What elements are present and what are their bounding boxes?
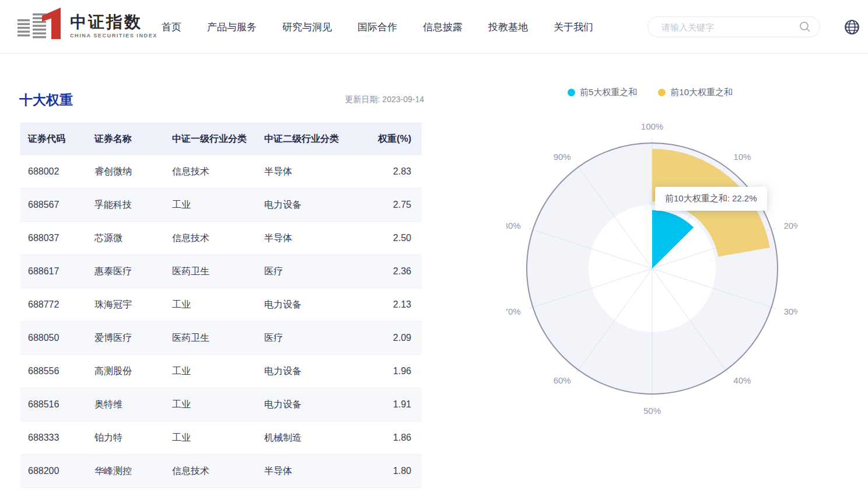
column-header-name: 证券名称: [94, 133, 172, 145]
cell-code: 688037: [20, 233, 94, 243]
cell-name: 高测股份: [94, 365, 172, 378]
globe-icon: [844, 19, 860, 35]
cell-industry-l1: 工业: [172, 199, 264, 211]
cell-weight: 1.86: [369, 433, 422, 443]
cell-industry-l1: 工业: [172, 299, 264, 311]
cell-name: 孚能科技: [94, 199, 172, 211]
nav-item-about[interactable]: 关于我们: [554, 20, 593, 34]
language-button[interactable]: [844, 19, 860, 35]
chart-legend: 前5大权重之和前10大权重之和: [568, 87, 733, 98]
cell-name: 铂力特: [94, 432, 172, 444]
column-header-industry-l1: 中证一级行业分类: [172, 133, 264, 145]
cell-code: 688556: [20, 366, 94, 376]
cell-code: 688567: [20, 200, 94, 210]
axis-tick-label: 70%: [506, 306, 521, 316]
cell-industry-l1: 信息技术: [172, 465, 264, 477]
cell-weight: 2.09: [369, 333, 422, 343]
table-row: 688567孚能科技工业电力设备2.75: [20, 189, 422, 222]
table-row: 688556高测股份工业电力设备1.96: [20, 355, 422, 388]
axis-tick-label: 30%: [783, 306, 798, 316]
nav-item-education[interactable]: 投教基地: [488, 20, 528, 34]
column-header-code: 证券代码: [20, 133, 94, 145]
table-row: 688516奥特维工业电力设备1.91: [20, 388, 422, 421]
column-header-industry-l2: 中证二级行业分类: [264, 133, 369, 145]
cell-industry-l1: 工业: [172, 365, 264, 378]
cell-industry-l2: 医疗: [264, 266, 369, 278]
csi-logo[interactable]: 中证指数 CHINA SECURITIES INDEX: [18, 8, 158, 44]
axis-tick-label: 100%: [641, 123, 663, 131]
table-row: 688037芯源微信息技术半导体2.50: [20, 222, 422, 255]
csi-logo-text: 中证指数 CHINA SECURITIES INDEX: [70, 13, 158, 39]
nav-item-international[interactable]: 国际合作: [358, 20, 397, 34]
legend-item-0[interactable]: 前5大权重之和: [568, 87, 637, 98]
axis-tick-label: 50%: [643, 406, 661, 414]
cell-weight: 1.80: [369, 466, 422, 476]
polar-weight-chart: 10%20%30%40%50%60%70%80%90%100%: [506, 123, 798, 414]
cell-industry-l2: 半导体: [264, 465, 369, 477]
cell-code: 688050: [20, 333, 94, 343]
cell-industry-l1: 信息技术: [172, 166, 264, 178]
table-row: 688200华峰测控信息技术半导体1.80: [20, 455, 422, 488]
main-nav: 首页产品与服务研究与洞见国际合作信息披露投教基地关于我们: [162, 0, 593, 54]
table-header-row: 证券代码证券名称中证一级行业分类中证二级行业分类权重(%): [20, 123, 422, 155]
legend-dot-icon: [658, 89, 666, 96]
cell-name: 华峰测控: [94, 465, 172, 477]
cell-weight: 2.50: [369, 233, 422, 243]
update-date: 更新日期: 2023-09-14: [253, 95, 424, 105]
logo-subtitle: CHINA SECURITIES INDEX: [70, 33, 158, 39]
csi-logo-mark-icon: [18, 8, 63, 44]
legend-dot-icon: [568, 89, 575, 96]
cell-weight: 2.75: [369, 200, 422, 210]
nav-item-products[interactable]: 产品与服务: [207, 20, 257, 34]
cell-code: 688333: [20, 433, 94, 443]
table-row: 688050爱博医疗医药卫生医疗2.09: [20, 322, 422, 355]
cell-weight: 2.36: [369, 266, 422, 277]
legend-item-1[interactable]: 前10大权重之和: [658, 87, 733, 98]
cell-weight: 1.96: [369, 366, 422, 376]
cell-code: 688772: [20, 299, 94, 310]
cell-code: 688002: [20, 166, 94, 177]
table-body: 688002睿创微纳信息技术半导体2.83688567孚能科技工业电力设备2.7…: [20, 155, 422, 488]
axis-tick-label: 40%: [733, 375, 751, 385]
cell-name: 珠海冠宇: [94, 299, 172, 311]
search-icon: [799, 20, 811, 33]
nav-item-research[interactable]: 研究与洞见: [282, 20, 332, 34]
cell-weight: 1.91: [369, 399, 422, 410]
nav-item-disclosure[interactable]: 信息披露: [423, 20, 463, 34]
legend-label: 前10大权重之和: [670, 87, 733, 98]
cell-name: 爱博医疗: [94, 332, 172, 344]
cell-code: 688516: [20, 399, 94, 410]
axis-tick-label: 90%: [554, 152, 571, 162]
table-row: 688333铂力特工业机械制造1.86: [20, 421, 422, 455]
cell-industry-l2: 医疗: [264, 332, 369, 344]
cell-industry-l1: 医药卫生: [172, 332, 264, 344]
cell-industry-l2: 电力设备: [264, 399, 369, 411]
table-row: 688617惠泰医疗医药卫生医疗2.36: [20, 255, 422, 288]
axis-tick-label: 60%: [554, 375, 571, 385]
table-row: 688002睿创微纳信息技术半导体2.83: [20, 155, 422, 189]
table-row: 688772珠海冠宇工业电力设备2.13: [20, 288, 422, 322]
page-title: 十大权重: [19, 91, 73, 109]
cell-industry-l1: 信息技术: [172, 232, 264, 245]
weights-table: 证券代码证券名称中证一级行业分类中证二级行业分类权重(%) 688002睿创微纳…: [20, 123, 422, 488]
cell-industry-l1: 工业: [172, 432, 264, 444]
legend-label: 前5大权重之和: [580, 87, 637, 98]
cell-weight: 2.13: [369, 299, 422, 310]
nav-item-home[interactable]: 首页: [162, 20, 181, 34]
axis-tick-label: 20%: [783, 221, 798, 231]
cell-industry-l2: 机械制造: [264, 432, 369, 444]
axis-tick-label: 80%: [506, 221, 521, 231]
cell-code: 688617: [20, 266, 94, 277]
cell-industry-l1: 医药卫生: [172, 266, 264, 278]
search-button[interactable]: [799, 20, 811, 33]
search-input[interactable]: [660, 22, 799, 33]
column-header-weight: 权重(%): [369, 133, 422, 145]
cell-industry-l2: 半导体: [264, 166, 369, 178]
cell-industry-l2: 电力设备: [264, 365, 369, 378]
search-box: [648, 16, 820, 37]
site-header: 中证指数 CHINA SECURITIES INDEX 首页产品与服务研究与洞见…: [0, 0, 868, 54]
axis-tick-label: 10%: [733, 152, 751, 162]
cell-industry-l2: 电力设备: [264, 299, 369, 311]
cell-name: 芯源微: [94, 232, 172, 245]
cell-name: 惠泰医疗: [94, 266, 172, 278]
